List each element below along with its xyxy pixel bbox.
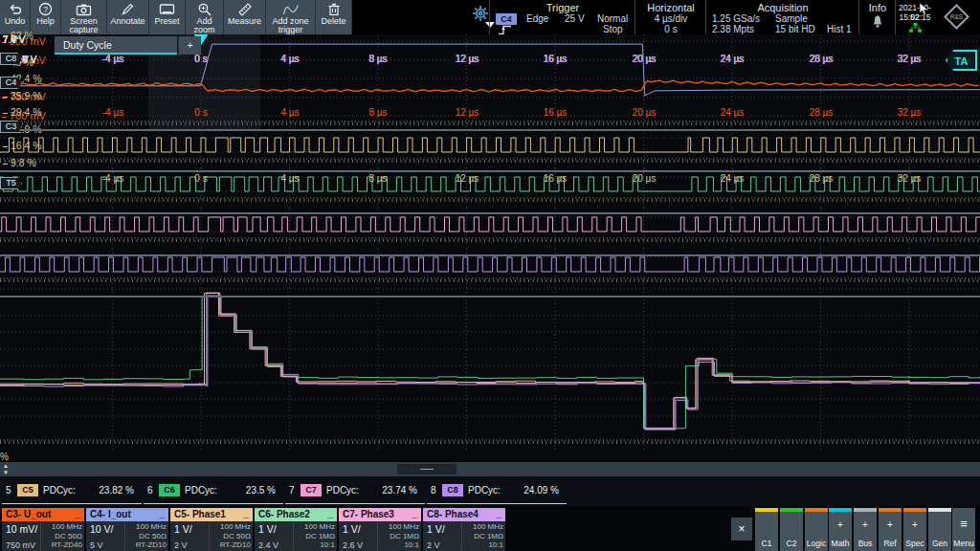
scroll-down-icon[interactable]: ▼ — [3, 470, 9, 476]
signal-badge-title: C7- Phase3 — [343, 509, 394, 519]
horizontal-title: Horizontal — [635, 2, 706, 13]
info-title: Info — [859, 2, 896, 13]
panel-separator[interactable] — [0, 254, 980, 256]
minimize-icon[interactable]: _ — [496, 508, 501, 518]
signal-scale: 1 V/ — [258, 523, 277, 535]
side-button-menu[interactable]: ≡Menu — [952, 508, 975, 551]
panel-separator[interactable] — [0, 212, 980, 214]
time-label: -4 µs — [91, 54, 135, 64]
info-section[interactable]: Info — [859, 0, 896, 34]
minimize-icon[interactable]: _ — [159, 508, 165, 518]
measurement-channel-chip: C5 — [17, 484, 38, 496]
toolbar-button-screen-capture[interactable]: Screen capture — [61, 0, 107, 34]
signal-badge-header: C5- Phase1_ — [170, 508, 253, 521]
measurement-results-bar: 5C5PDCyc:23.82 %6C6PDCyc:23.5 %7C7PDCyc:… — [0, 476, 980, 506]
panel-separator[interactable] — [0, 129, 980, 131]
duty-scale-label: 35.9 % — [3, 90, 42, 101]
channel-badge-c8[interactable]: C8 — [0, 53, 22, 65]
side-button-label: Gen — [928, 539, 951, 548]
toolbar-button-label: Preset — [154, 17, 179, 26]
measurement-8[interactable]: 8C8PDCyc:24.09 % — [427, 477, 567, 504]
minimize-icon[interactable]: _ — [75, 508, 80, 518]
time-label: 16 µs — [533, 107, 577, 118]
measurement-channel-chip: C6 — [159, 484, 180, 496]
bell-icon — [871, 14, 884, 29]
signal-probe-info: 100 MHzDC 50ΩRT-ZD40 — [40, 522, 82, 550]
minimize-icon[interactable]: _ — [243, 508, 249, 518]
hamburger-icon: ≡ — [952, 518, 975, 530]
plus-icon: + — [187, 39, 192, 51]
toolbar-button-annotate[interactable]: Annotate — [107, 0, 149, 34]
scrollbar-thumb[interactable] — [397, 464, 457, 474]
horizontal-scrollbar[interactable]: ▲ ▼ — [0, 462, 980, 476]
side-button-math[interactable]: +Math — [829, 508, 852, 551]
horizontal-scale: 4 µs/div — [635, 13, 706, 24]
signal-badge-c6[interactable]: C6- Phase2_1 V/2.4 V100 MHzDC 1MΩ10:1 — [255, 508, 337, 551]
time-label: 0 s — [179, 173, 223, 184]
side-button-gen[interactable]: Gen — [928, 508, 951, 551]
measurement-index: 5 — [6, 485, 11, 496]
signal-badge-header: C4- I_out_ — [86, 508, 168, 521]
magnifier-icon — [197, 2, 212, 16]
toolbar-button-measure[interactable]: Measure — [224, 0, 266, 34]
waveform-area[interactable]: -4 µs0 s4 µs8 µs12 µs16 µs20 µs24 µs28 µ… — [0, 34, 980, 461]
panel-c5[interactable]: -4 µs0 s4 µs8 µs12 µs16 µs20 µs24 µs28 µ… — [0, 129, 980, 168]
toolbar-button-delete[interactable]: Delete — [316, 0, 352, 34]
panel-separator[interactable] — [0, 296, 980, 298]
panel-c7[interactable]: -4 µs0 s4 µs8 µs12 µs16 µs20 µs24 µs28 µ… — [0, 209, 980, 249]
channel-badge-c4[interactable]: C4 — [0, 77, 22, 89]
acquisition-section[interactable]: Acquisition 1.25 GSa/s 2.38 Mpts Sample … — [706, 0, 859, 34]
trash-icon — [327, 2, 341, 16]
add-tab-button[interactable]: + — [178, 36, 201, 55]
minimize-icon[interactable]: _ — [412, 508, 417, 518]
time-label: 24 µs — [710, 107, 754, 118]
measurement-index: 6 — [147, 485, 153, 496]
signal-badge-c5[interactable]: C5- Phase1_1 V/2 V100 MHzDC 50ΩRT-ZD10 — [170, 508, 253, 551]
trigger-section[interactable]: Trigger C4 Edge 25 V Normal Stop — [490, 0, 635, 34]
acquisition-mode: Sample — [775, 13, 808, 24]
side-button-c1[interactable]: C1 — [755, 508, 778, 551]
track-badge-t5[interactable]: T5 — [0, 177, 22, 189]
side-button-bus[interactable]: +Bus — [854, 508, 877, 551]
panel-duty[interactable]: -4 µs0 s4 µs8 µs12 µs16 µs20 µs24 µs28 µ… — [0, 288, 980, 452]
measurement-value: 24.09 % — [523, 485, 559, 496]
close-signal-bar-button[interactable]: × — [731, 518, 752, 540]
tab-duty-cycle[interactable]: Duty Cycle — [55, 36, 177, 55]
oscilloscope-screen: Undo?HelpScreen captureAnnotatePresetAdd… — [0, 0, 980, 551]
channel-badge-c3[interactable]: C3 — [0, 121, 22, 133]
signal-badge-c7[interactable]: C7- Phase3_1 V/2.6 V100 MHzDC 1MΩ10:1 — [339, 508, 421, 551]
side-button-logic[interactable]: Logic — [805, 508, 828, 551]
side-button-c2[interactable]: C2 — [780, 508, 803, 551]
time-label: 8 µs — [356, 107, 400, 118]
signal-badge-c8[interactable]: C8- Phase4_1 V/2 V100 MHzDC 1MΩ10:1 — [423, 508, 505, 551]
time-label: 24 µs — [710, 173, 754, 184]
preset-icon — [159, 2, 175, 16]
time-label: 12 µs — [445, 107, 489, 118]
panel-separator[interactable] — [0, 170, 980, 172]
signal-offset: 2 V — [174, 540, 188, 550]
signal-badge-c3[interactable]: C3- U_out_10 mV/750 mV100 MHzDC 50ΩRT-ZD… — [2, 508, 84, 551]
toolbar-button-add-zone-trigger[interactable]: Add zone trigger — [266, 0, 316, 34]
side-button-spec[interactable]: +Spec — [903, 508, 926, 551]
measurement-6[interactable]: 6C6PDCyc:23.5 % — [144, 477, 283, 504]
signal-badge-title: C6- Phase2 — [258, 509, 310, 519]
signal-probe-info: 100 MHzDC 1MΩ10:1 — [461, 522, 503, 550]
measurement-5[interactable]: 5C5PDCyc:23.82 % — [2, 477, 142, 504]
toolbar-button-preset[interactable]: Preset — [149, 0, 186, 34]
signal-scale: 1 V/ — [174, 523, 192, 535]
measurement-7[interactable]: 7C7PDCyc:23.74 % — [285, 477, 425, 504]
clock: 2021-10-02 15:52:15 — [896, 0, 934, 34]
measurement-label: PDCyc: — [185, 485, 217, 496]
toolbar-button-add-zoom[interactable]: Add zoom — [186, 0, 224, 34]
minimize-icon[interactable]: _ — [327, 508, 333, 518]
camera-icon — [76, 2, 92, 16]
side-button-label: Spec — [903, 539, 926, 548]
scroll-up-icon[interactable]: ▲ — [3, 463, 9, 470]
plus-icon: + — [903, 519, 926, 530]
horizontal-section[interactable]: Horizontal 4 µs/div 0 s — [635, 0, 706, 34]
side-button-ref[interactable]: +Ref — [879, 508, 902, 551]
toolbar-button-help[interactable]: ?Help — [31, 0, 61, 34]
signal-badge-c4[interactable]: C4- I_out_10 V/5 V100 MHzDC 50ΩRT-ZD10 — [86, 508, 168, 551]
duty-scale-label: 16.4 % — [3, 140, 42, 151]
waveform-duty — [0, 288, 980, 452]
